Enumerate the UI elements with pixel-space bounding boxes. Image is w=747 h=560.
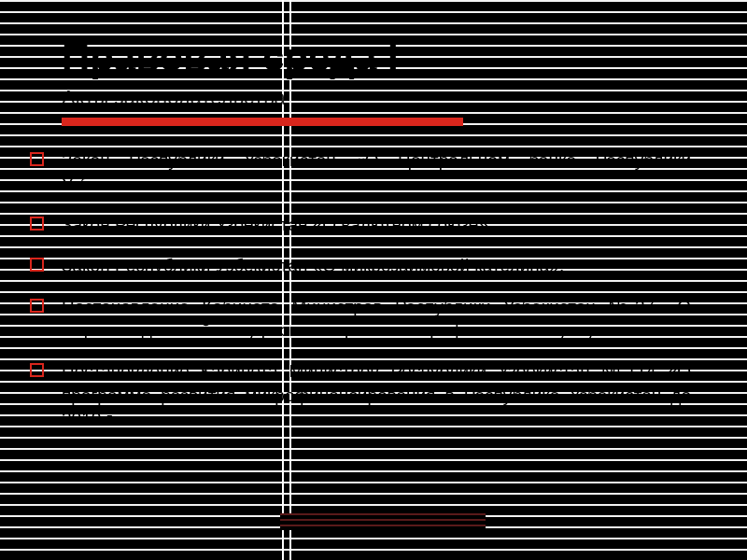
square-bullet-icon: [30, 299, 44, 313]
list-item-text: Закон Республики Узбекистан «О микрозаим…: [62, 256, 564, 275]
square-bullet-icon: [30, 217, 44, 231]
square-bullet-icon: [30, 152, 44, 166]
title-underline: [62, 118, 463, 126]
square-bullet-icon: [30, 363, 44, 377]
slide-content: Правовая среда I Акты законодательства З…: [0, 0, 747, 560]
list-item: Закон Республики Узбекистан «О Центральн…: [30, 148, 691, 196]
list-item: Постановление Кабинета Министров Республ…: [30, 295, 691, 343]
list-item: Постановление Кабинета Министров Республ…: [30, 359, 691, 431]
list-item-text: Закон Республики Узбекистан «О валютном …: [62, 215, 493, 234]
slide-title: Правовая среда I: [62, 37, 691, 78]
list-item-text: Постановление Кабинета Министров Республ…: [62, 297, 691, 341]
slide-subtitle: Акты законодательства: [62, 86, 691, 110]
list-item-text: Постановление Кабинета Министров Республ…: [62, 361, 691, 428]
list-item: Закон Республики Узбекистан «О микрозаим…: [30, 254, 691, 278]
list-item-text: Закон Республики Узбекистан «О Центральн…: [62, 150, 691, 194]
list-item: Закон Республики Узбекистан «О валютном …: [30, 213, 691, 237]
bullet-list: Закон Республики Узбекистан «О Центральн…: [62, 148, 691, 431]
square-bullet-icon: [30, 258, 44, 272]
